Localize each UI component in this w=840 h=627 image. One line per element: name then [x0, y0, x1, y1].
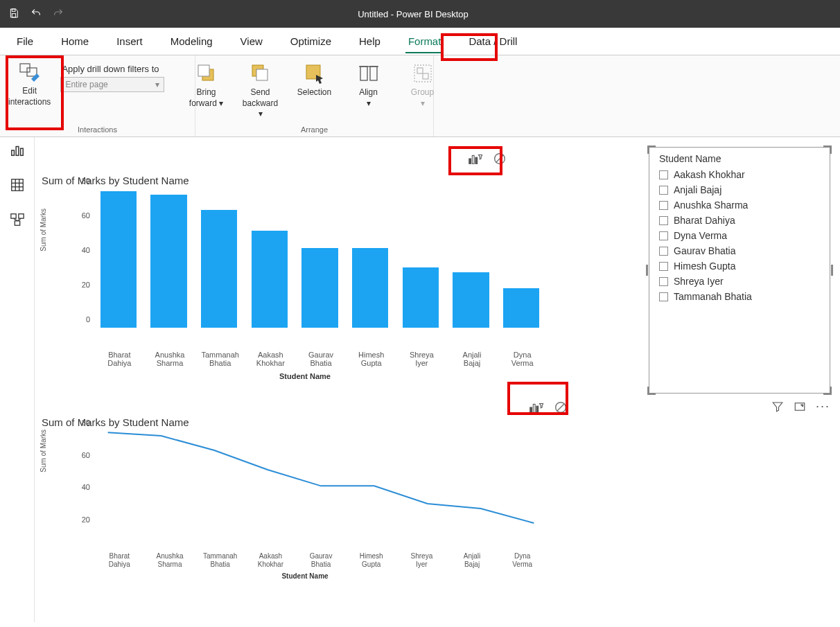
svg-rect-5 [198, 65, 209, 76]
redo-icon[interactable] [53, 8, 64, 21]
tab-modeling[interactable]: Modeling [168, 30, 216, 53]
slicer-item-label: Anjali Bajaj [674, 184, 721, 195]
report-canvas[interactable]: Sum of Marks by Student Name Sum of Mark… [35, 137, 840, 627]
tab-format[interactable]: Format [405, 30, 444, 53]
tab-data-drill[interactable]: Data / Drill [466, 30, 520, 53]
checkbox-icon[interactable] [659, 292, 668, 301]
svg-rect-14 [423, 73, 428, 79]
bar[interactable] [100, 191, 137, 328]
model-view-icon[interactable] [10, 212, 25, 227]
app-title: Untitled - Power BI Desktop [64, 9, 832, 19]
slicer-visual[interactable]: Student Name Aakash KhokharAnjali BajajA… [649, 147, 830, 394]
slicer-item[interactable]: Gaurav Bhatia [659, 243, 820, 258]
checkbox-icon[interactable] [659, 186, 668, 195]
checkbox-icon[interactable] [659, 216, 668, 225]
ribbon: Edit interactions Apply drill down filte… [0, 55, 840, 137]
bar-chart-visual[interactable]: Sum of Marks by Student Name Sum of Mark… [42, 175, 568, 380]
none-interaction-icon[interactable] [492, 151, 507, 166]
svg-rect-15 [11, 150, 14, 155]
save-icon[interactable] [8, 8, 19, 21]
svg-rect-25 [15, 221, 19, 225]
focus-mode-icon[interactable] [794, 400, 806, 413]
edit-interactions-button[interactable]: Edit interactions [6, 60, 53, 109]
interaction-icons-line [523, 396, 574, 419]
tab-help[interactable]: Help [356, 30, 383, 53]
slicer-item-label: Aakash Khokhar [674, 169, 745, 180]
slicer-item-label: Bharat Dahiya [674, 215, 735, 226]
none-interaction-icon[interactable] [553, 400, 568, 415]
interaction-icons-bar [462, 147, 513, 170]
line-ylabel: Sum of Marks [40, 430, 47, 473]
filter-icon[interactable] [771, 400, 784, 413]
data-view-icon[interactable] [10, 177, 25, 193]
slicer-item[interactable]: Aakash Khokhar [659, 167, 820, 182]
slicer-item-label: Himesh Gupta [674, 260, 735, 272]
line-chart-visual[interactable]: Sum of Marks by Student Name Sum of Mark… [42, 416, 568, 580]
undo-icon[interactable] [30, 8, 42, 21]
more-options-icon[interactable]: ··· [816, 399, 830, 414]
tab-insert[interactable]: Insert [114, 30, 146, 53]
bar[interactable] [453, 272, 489, 328]
checkbox-icon[interactable] [659, 262, 668, 271]
slicer-item-label: Gaurav Bhatia [674, 245, 736, 256]
send-backward-button[interactable]: Send backward ▾ [240, 61, 281, 120]
filter-interaction-icon[interactable] [467, 151, 482, 166]
slicer-header: Student Name [649, 148, 830, 167]
svg-rect-1 [12, 13, 15, 17]
bar[interactable] [352, 248, 388, 328]
svg-rect-33 [530, 407, 532, 412]
svg-rect-28 [469, 159, 471, 164]
checkbox-icon[interactable] [659, 277, 668, 286]
slicer-item[interactable]: Anjali Bajaj [659, 182, 820, 197]
bar-chart-title: Sum of Marks by Student Name [42, 175, 568, 186]
bar[interactable] [403, 267, 439, 328]
svg-rect-24 [18, 214, 23, 218]
svg-rect-7 [256, 69, 268, 80]
svg-rect-10 [370, 67, 377, 80]
svg-rect-29 [472, 155, 474, 164]
slicer-item[interactable]: Himesh Gupta [659, 258, 820, 274]
bar-xlabel: Student Name [42, 372, 568, 380]
filter-interaction-icon[interactable] [528, 400, 543, 415]
svg-rect-34 [533, 404, 535, 412]
checkbox-icon[interactable] [659, 201, 668, 210]
tab-view[interactable]: View [238, 30, 265, 53]
slicer-item[interactable]: Dyna Verma [659, 228, 820, 243]
svg-rect-0 [12, 9, 15, 11]
report-view-icon[interactable] [10, 143, 25, 158]
slicer-item[interactable]: Shreya Iyer [659, 274, 820, 289]
checkbox-icon[interactable] [659, 231, 668, 240]
bar[interactable] [150, 195, 186, 328]
bar[interactable] [503, 288, 539, 328]
svg-rect-16 [16, 147, 19, 156]
svg-line-37 [557, 404, 565, 412]
slicer-item-label: Anushka Sharma [674, 200, 748, 211]
tab-file[interactable]: File [14, 30, 36, 53]
titlebar: Untitled - Power BI Desktop [0, 0, 840, 28]
drill-scope-dropdown[interactable]: Entire page ▾ [60, 77, 164, 92]
checkbox-icon[interactable] [659, 170, 668, 179]
svg-rect-23 [10, 214, 15, 218]
bar[interactable] [201, 210, 237, 328]
svg-rect-35 [536, 406, 539, 412]
align-button[interactable]: Align ▾ [348, 61, 390, 110]
checkbox-icon[interactable] [659, 247, 668, 256]
svg-rect-9 [360, 67, 367, 80]
slicer-item[interactable]: Bharat Dahiya [659, 213, 820, 228]
svg-rect-13 [417, 68, 423, 73]
selection-button[interactable]: Selection [294, 61, 335, 110]
bar[interactable] [301, 248, 338, 328]
bar[interactable] [252, 231, 288, 328]
slicer-item[interactable]: Anushka Sharma [659, 197, 820, 213]
svg-rect-17 [20, 148, 23, 155]
group-button: Group ▾ [402, 61, 444, 110]
slicer-item-label: Shreya Iyer [674, 276, 724, 287]
tab-optimize[interactable]: Optimize [288, 30, 334, 53]
slicer-item[interactable]: Tammanah Bhatia [659, 289, 820, 304]
bring-forward-button[interactable]: Bring forward ▾ [186, 61, 227, 110]
bar-ylabel: Sum of Marks [40, 209, 47, 251]
slicer-item-label: Tammanah Bhatia [674, 291, 752, 302]
group-arrange-label: Arrange [201, 124, 428, 136]
ribbon-tabs: File Home Insert Modeling View Optimize … [0, 28, 840, 55]
tab-home[interactable]: Home [58, 30, 91, 53]
